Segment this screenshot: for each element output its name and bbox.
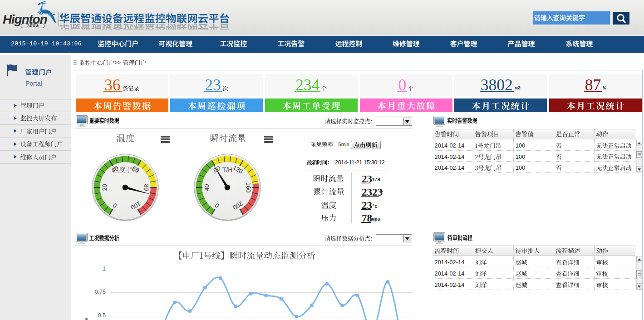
svg-text:40: 40 xyxy=(203,184,210,191)
svg-text:160: 160 xyxy=(245,182,252,193)
svg-text:80: 80 xyxy=(143,184,150,191)
svg-text:20: 20 xyxy=(101,184,108,191)
svg-text:T/H: T/H xyxy=(222,166,233,173)
